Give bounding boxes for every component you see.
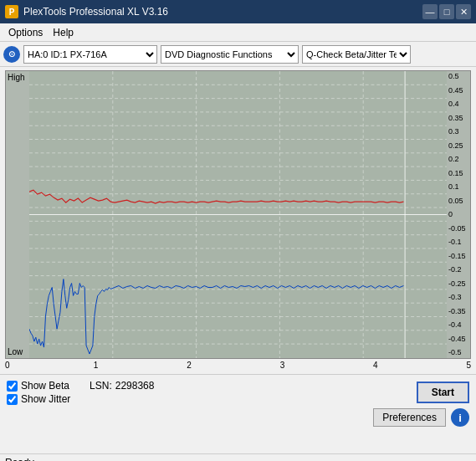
axis-label-neg0.45: -0.45 — [448, 336, 468, 343]
x-label-2: 2 — [187, 361, 192, 370]
axis-label-neg0.15: -0.15 — [448, 253, 468, 260]
x-label-1: 1 — [94, 361, 99, 370]
chart-plot-area — [29, 71, 447, 358]
x-axis: 0 1 2 3 4 5 — [5, 361, 471, 372]
start-button[interactable]: Start — [417, 382, 469, 403]
checkboxes-area: Show Beta LSN: 2298368 Show Jitter — [7, 380, 154, 405]
lsn-value: 2298368 — [115, 380, 155, 392]
axis-label-neg0.35: -0.35 — [448, 308, 468, 315]
title-bar-controls: — □ ✕ — [422, 4, 471, 19]
axis-label-0.1: 0.1 — [448, 183, 468, 191]
axis-label-neg0.25: -0.25 — [448, 280, 468, 288]
axis-label-neg0.4: -0.4 — [448, 321, 468, 329]
axis-label-0.5: 0.5 — [448, 73, 468, 80]
menu-options[interactable]: Options — [3, 25, 48, 40]
axis-label-0.25: 0.25 — [448, 142, 468, 150]
show-beta-row: Show Beta LSN: 2298368 — [7, 380, 154, 392]
bottom-controls: Show Beta LSN: 2298368 Show Jitter Start… — [0, 374, 476, 453]
menu-help[interactable]: Help — [48, 25, 79, 40]
chart-svg — [29, 71, 447, 358]
device-select[interactable]: HA:0 ID:1 PX-716A — [23, 45, 157, 64]
controls-row1: Show Beta LSN: 2298368 Show Jitter Start — [7, 380, 469, 405]
chart-low-label: Low — [6, 347, 23, 356]
lsn-label: LSN: — [90, 380, 112, 392]
axis-label-0.2: 0.2 — [448, 156, 468, 163]
chart-container: High Low — [5, 70, 471, 359]
preferences-button[interactable]: Preferences — [373, 408, 446, 427]
axis-label-neg0.5: -0.5 — [448, 349, 468, 356]
show-jitter-row: Show Jitter — [7, 393, 154, 405]
axis-label-0.4: 0.4 — [448, 100, 468, 108]
axis-label-0: 0 — [448, 211, 468, 218]
minimize-button[interactable]: — — [422, 4, 438, 19]
close-button[interactable]: ✕ — [456, 4, 471, 19]
device-icon: ⊙ — [3, 46, 20, 63]
show-jitter-checkbox[interactable] — [7, 394, 18, 405]
controls-row2: Preferences i — [7, 408, 469, 427]
toolbar: ⊙ HA:0 ID:1 PX-716A DVD Diagnostic Funct… — [0, 42, 476, 67]
start-area: Start — [417, 382, 469, 403]
title-bar-left: P PlexTools Professional XL V3.16 — [5, 5, 168, 18]
axis-label-0.3: 0.3 — [448, 128, 468, 136]
x-label-4: 4 — [373, 361, 378, 370]
axis-label-neg0.1: -0.1 — [448, 238, 468, 246]
axis-label-0.35: 0.35 — [448, 115, 468, 122]
axis-label-0.45: 0.45 — [448, 87, 468, 95]
x-label-3: 3 — [280, 361, 285, 370]
chart-high-label: High — [6, 73, 25, 82]
show-beta-label: Show Beta — [21, 380, 69, 392]
status-bar: Ready — [0, 453, 476, 461]
axis-label-0.05: 0.05 — [448, 197, 468, 205]
info-button[interactable]: i — [451, 408, 469, 427]
app-title: PlexTools Professional XL V3.16 — [23, 6, 168, 18]
maximize-button[interactable]: □ — [439, 4, 454, 19]
status-text: Ready — [5, 457, 34, 462]
x-label-5: 5 — [466, 361, 471, 370]
right-axis: 0.5 0.45 0.4 0.35 0.3 0.25 0.2 0.15 0.1 … — [447, 71, 470, 358]
test-select[interactable]: Q-Check Beta/Jitter Test — [302, 45, 411, 64]
axis-label-neg0.2: -0.2 — [448, 266, 468, 274]
x-label-0: 0 — [5, 361, 10, 370]
app-icon: P — [5, 5, 18, 18]
function-select[interactable]: DVD Diagnostic Functions — [161, 45, 299, 64]
axis-label-neg0.05: -0.05 — [448, 225, 468, 233]
menu-bar: Options Help — [0, 23, 476, 42]
show-jitter-label: Show Jitter — [21, 393, 70, 405]
show-beta-checkbox[interactable] — [7, 381, 18, 392]
axis-label-neg0.3: -0.3 — [448, 294, 468, 301]
axis-label-0.15: 0.15 — [448, 170, 468, 177]
title-bar: P PlexTools Professional XL V3.16 — □ ✕ — [0, 0, 476, 23]
